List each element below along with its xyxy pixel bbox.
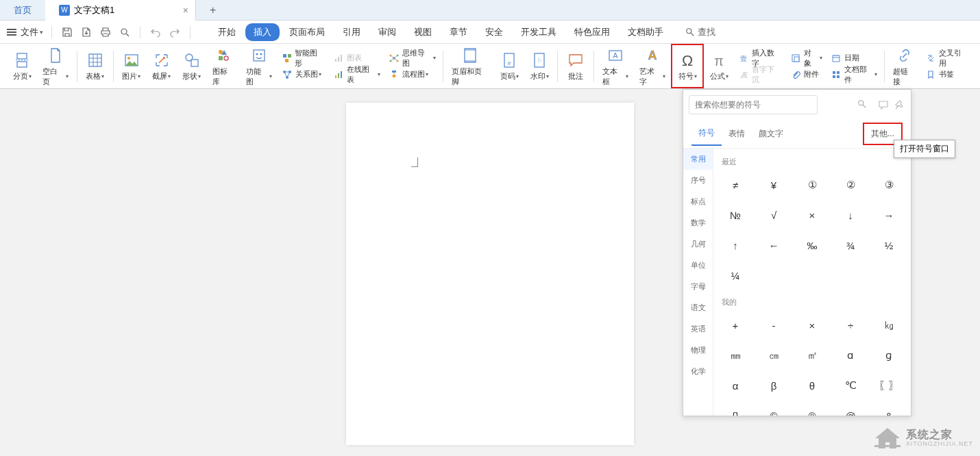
picture-button[interactable]: 图片 — [117, 44, 147, 88]
panel-tab-emoji[interactable]: 表情 — [722, 123, 752, 145]
cat-english[interactable]: 英语 — [683, 318, 713, 340]
save-icon[interactable] — [60, 25, 74, 39]
symbol-cell[interactable]: ℃ — [831, 370, 870, 401]
date-button[interactable]: 日期 — [831, 51, 878, 65]
cat-common[interactable]: 常用 — [683, 149, 713, 170]
smart-art-button[interactable]: 智能图形 — [282, 51, 326, 65]
header-footer-button[interactable]: 页眉和页脚 — [446, 44, 495, 88]
pin-icon[interactable] — [894, 99, 905, 110]
symbol-cell[interactable]: ‰ — [793, 230, 831, 260]
tab-helper[interactable]: 文档助手 — [620, 23, 672, 41]
word-art-button[interactable]: A艺术字 — [634, 44, 671, 88]
symbol-cell[interactable]: - — [755, 310, 793, 340]
icon-library-button[interactable]: 图标库 — [207, 44, 241, 88]
symbol-cell[interactable]: ① — [793, 170, 831, 200]
cat-physics[interactable]: 物理 — [683, 340, 713, 361]
cat-unit[interactable]: 单位 — [683, 255, 713, 276]
symbol-cell[interactable]: ㎡ — [793, 340, 831, 370]
file-menu[interactable]: 文件 — [21, 26, 43, 38]
symbol-cell[interactable]: ㎜ — [716, 340, 755, 370]
symbol-cell[interactable]: ÷ — [831, 310, 870, 340]
close-tab-icon[interactable]: × — [183, 5, 188, 16]
command-search[interactable]: 查找 — [685, 26, 715, 38]
symbol-search-input[interactable] — [689, 95, 818, 114]
watermark-button[interactable]: A水印 — [524, 44, 554, 88]
symbol-cell[interactable]: @ — [831, 401, 870, 416]
shapes-button[interactable]: 形状 — [177, 44, 207, 88]
document-page[interactable] — [346, 103, 634, 445]
symbol-cell[interactable]: × — [793, 200, 831, 230]
object-button[interactable]: 对象 — [790, 51, 822, 65]
symbol-button[interactable]: Ω符号 — [671, 44, 704, 88]
symbol-cell[interactable]: ③ — [870, 170, 908, 200]
cat-math[interactable]: 数学 — [683, 212, 713, 233]
cross-ref-button[interactable]: 交叉引用 — [925, 51, 969, 65]
tab-special[interactable]: 特色应用 — [566, 23, 618, 41]
symbol-cell[interactable]: ¾ — [831, 230, 870, 260]
cat-chinese[interactable]: 语文 — [683, 297, 713, 318]
mind-map-button[interactable]: 思维导图 — [389, 51, 436, 65]
cat-punct[interactable]: 标点 — [683, 191, 713, 212]
blank-page-button[interactable]: 空白页 — [37, 44, 74, 88]
flow-chart-button[interactable]: 流程图 — [389, 68, 436, 81]
tab-view[interactable]: 视图 — [406, 23, 440, 41]
symbol-cell[interactable]: № — [716, 200, 755, 230]
cat-geom[interactable]: 几何 — [683, 233, 713, 255]
text-box-button[interactable]: A文本框 — [597, 44, 634, 88]
online-chart-button[interactable]: 在线图表 — [333, 68, 380, 81]
symbol-cell[interactable]: + — [716, 310, 755, 340]
attachment-button[interactable]: 附件 — [790, 68, 822, 81]
symbol-cell[interactable]: ® — [793, 401, 831, 416]
func-chart-button[interactable]: 功能图 — [241, 44, 278, 88]
symbol-cell[interactable]: × — [793, 310, 831, 340]
panel-tab-symbol[interactable]: 符号 — [691, 122, 722, 146]
symbol-cell[interactable]: 〖〗 — [870, 370, 908, 401]
relation-chart-button[interactable]: 关系图 — [282, 68, 326, 81]
cat-letter[interactable]: 字母 — [683, 276, 713, 297]
symbol-cell[interactable]: ② — [831, 170, 870, 200]
screenshot-button[interactable]: 截屏 — [147, 44, 177, 88]
symbol-cell[interactable]: {} — [716, 401, 755, 416]
cat-ordinal[interactable]: 序号 — [683, 170, 713, 191]
print-icon[interactable] — [99, 25, 112, 39]
symbol-cell[interactable]: ɡ — [870, 340, 908, 370]
undo-icon[interactable] — [149, 25, 162, 39]
export-icon[interactable] — [79, 25, 93, 39]
symbol-cell[interactable]: ← — [755, 230, 793, 260]
hyperlink-button[interactable]: 超链接 — [887, 44, 921, 88]
insert-number-button[interactable]: 壹插入数字 — [738, 51, 782, 65]
panel-tab-kaomoji[interactable]: 颜文字 — [752, 123, 790, 145]
tab-security[interactable]: 安全 — [477, 23, 511, 41]
comment-button[interactable]: 批注 — [561, 44, 591, 88]
tab-insert[interactable]: 插入 — [245, 23, 280, 41]
tab-reference[interactable]: 引用 — [334, 23, 369, 41]
feedback-icon[interactable] — [878, 99, 889, 110]
symbol-cell[interactable]: θ — [793, 370, 831, 401]
tab-layout[interactable]: 页面布局 — [281, 23, 333, 41]
tab-section[interactable]: 章节 — [441, 23, 476, 41]
search-icon[interactable] — [857, 99, 867, 109]
document-tab[interactable]: W 文字文稿1 × — [45, 0, 196, 21]
doc-parts-button[interactable]: 文档部件 — [831, 68, 878, 81]
symbol-cell[interactable]: ɑ — [831, 340, 870, 370]
new-tab-button[interactable]: + — [196, 0, 223, 21]
symbol-cell[interactable]: ㎝ — [755, 340, 793, 370]
hamburger-icon[interactable] — [7, 29, 16, 36]
redo-icon[interactable] — [168, 25, 182, 39]
bookmark-button[interactable]: 书签 — [925, 68, 969, 81]
equation-button[interactable]: π公式 — [704, 44, 734, 88]
symbol-cell[interactable]: → — [870, 200, 908, 230]
symbol-cell[interactable]: β — [755, 370, 793, 401]
table-button[interactable]: 表格 — [80, 44, 110, 88]
symbol-cell[interactable]: & — [870, 401, 908, 416]
tab-review[interactable]: 审阅 — [370, 23, 404, 41]
cat-chem[interactable]: 化学 — [683, 361, 713, 382]
symbol-cell[interactable]: √ — [755, 200, 793, 230]
symbol-cell[interactable]: ½ — [870, 230, 908, 260]
tab-dev[interactable]: 开发工具 — [513, 23, 565, 41]
symbol-cell[interactable]: ¼ — [716, 260, 755, 290]
symbol-cell[interactable]: ↓ — [831, 200, 870, 230]
page-number-button[interactable]: #页码 — [494, 44, 524, 88]
symbol-cell[interactable]: ≠ — [716, 170, 755, 200]
preview-icon[interactable] — [118, 25, 132, 39]
